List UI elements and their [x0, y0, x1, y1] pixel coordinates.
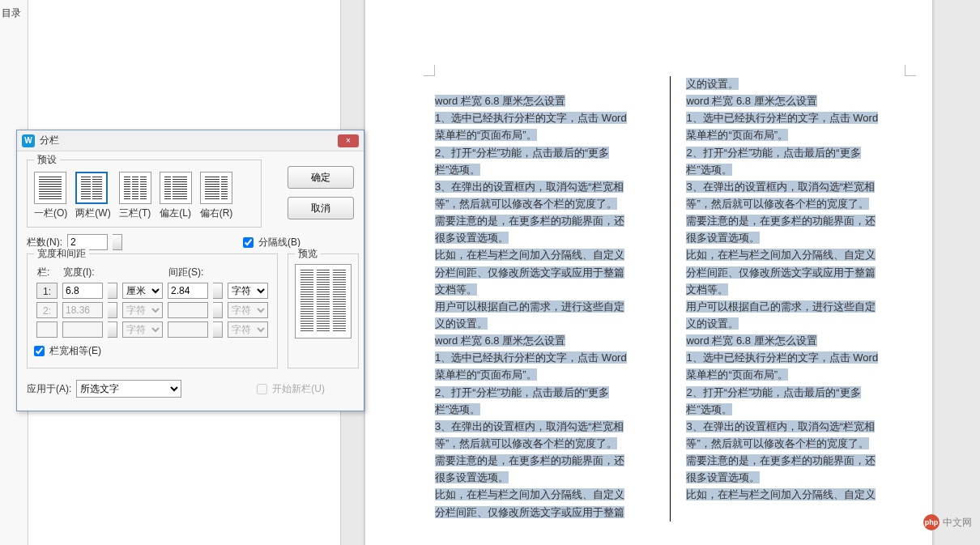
- text-line[interactable]: 义的设置。: [435, 316, 654, 332]
- text-line[interactable]: 很多设置选项。: [686, 470, 905, 486]
- preset-4[interactable]: 偏左(L): [160, 172, 192, 220]
- text-line[interactable]: 2、打开“分栏”功能，点击最后的“更多: [435, 145, 654, 161]
- text-line[interactable]: 3、在弹出的设置框内，取消勾选“栏宽相: [435, 419, 654, 435]
- spinner-icon[interactable]: [108, 283, 117, 299]
- text-line[interactable]: 3、在弹出的设置框内，取消勾选“栏宽相: [686, 179, 905, 195]
- columns-icon: [160, 172, 192, 204]
- text-line[interactable]: word 栏宽 6.8 厘米怎么设置: [435, 93, 654, 109]
- text-line[interactable]: 很多设置选项。: [435, 230, 654, 246]
- text-line[interactable]: 比如，在栏与栏之间加入分隔线、自定义: [435, 247, 654, 263]
- spinner-icon: [213, 302, 223, 318]
- text-line[interactable]: word 栏宽 6.8 厘米怎么设置: [686, 333, 905, 349]
- text-line[interactable]: 菜单栏的“页面布局”。: [686, 367, 905, 383]
- text-line[interactable]: 用户可以根据自己的需求，进行这些自定: [686, 299, 905, 315]
- apply-to-select[interactable]: 所选文字: [76, 380, 181, 398]
- text-line[interactable]: 义的设置。: [686, 76, 905, 92]
- width-unit-select: 字符: [122, 302, 163, 318]
- text-line[interactable]: 需要注意的是，在更多栏的功能界面，还: [686, 213, 905, 229]
- text-line[interactable]: 栏”选项。: [686, 402, 905, 418]
- text-line[interactable]: 比如，在栏与栏之间加入分隔线、自定义: [435, 487, 654, 503]
- spacing-input: [168, 302, 208, 318]
- text-column-1[interactable]: word 栏宽 6.8 厘米怎么设置1、选中已经执行分栏的文字，点击 Word菜…: [435, 76, 654, 522]
- width-header: 宽度(I):: [60, 264, 165, 281]
- text-line[interactable]: 需要注意的是，在更多栏的功能界面，还: [435, 453, 654, 469]
- spinner-icon[interactable]: [113, 234, 122, 250]
- text-line[interactable]: 栏”选项。: [435, 402, 654, 418]
- text-line[interactable]: 菜单栏的“页面布局”。: [686, 127, 905, 143]
- watermark: php 中文网: [923, 514, 972, 530]
- preset-label: 偏左(L): [160, 207, 192, 220]
- spinner-icon: [108, 302, 117, 318]
- text-line[interactable]: 等”，然后就可以修改各个栏的宽度了。: [686, 436, 905, 452]
- spinner-icon: [213, 321, 223, 338]
- text-column-2[interactable]: 义的设置。 word 栏宽 6.8 厘米怎么设置1、选中已经执行分栏的文字，点击…: [686, 76, 905, 522]
- text-line[interactable]: 很多设置选项。: [686, 230, 905, 246]
- equal-width-label: 栏宽相等(E): [49, 344, 101, 358]
- text-line[interactable]: 栏”选项。: [435, 162, 654, 178]
- spacing-unit-select[interactable]: 字符: [228, 283, 268, 299]
- text-line[interactable]: 1、选中已经执行分栏的文字，点击 Word: [435, 110, 654, 126]
- width-unit-select[interactable]: 厘米: [122, 283, 163, 299]
- text-line[interactable]: 比如，在栏与栏之间加入分隔线、自定义: [686, 487, 905, 503]
- text-line[interactable]: 需要注意的是，在更多栏的功能界面，还: [686, 453, 905, 469]
- document-workspace[interactable]: word 栏宽 6.8 厘米怎么设置1、选中已经执行分栏的文字，点击 Word菜…: [340, 0, 980, 545]
- text-line[interactable]: 比如，在栏与栏之间加入分隔线、自定义: [686, 247, 905, 263]
- preset-label: 偏右(R): [200, 207, 233, 220]
- spacing-unit-select: 字符: [228, 302, 268, 318]
- text-line[interactable]: 3、在弹出的设置框内，取消勾选“栏宽相: [686, 419, 905, 435]
- text-line[interactable]: 等”，然后就可以修改各个栏的宽度了。: [435, 436, 654, 452]
- separator-checkbox[interactable]: [243, 237, 254, 248]
- preview-legend: 预览: [295, 247, 321, 261]
- close-icon: ×: [346, 136, 351, 145]
- text-line[interactable]: 义的设置。: [686, 316, 905, 332]
- text-line[interactable]: 很多设置选项。: [435, 470, 654, 486]
- spacing-input[interactable]: [168, 283, 208, 299]
- spinner-icon[interactable]: [213, 283, 223, 299]
- text-line[interactable]: 用户可以根据自己的需求，进行这些自定: [435, 299, 654, 315]
- text-line[interactable]: 等”，然后就可以修改各个栏的宽度了。: [435, 196, 654, 212]
- spacing-input: [168, 321, 208, 338]
- columns-icon: [75, 172, 108, 204]
- close-button[interactable]: ×: [338, 134, 359, 147]
- text-line[interactable]: 2、打开“分栏”功能，点击最后的“更多: [686, 385, 905, 401]
- text-line[interactable]: [435, 76, 654, 92]
- margin-mark-icon: [424, 65, 435, 76]
- width-input: [62, 302, 103, 318]
- text-line[interactable]: 2、打开“分栏”功能，点击最后的“更多: [686, 145, 905, 161]
- column-separator: [670, 76, 671, 522]
- text-line[interactable]: 文档等。: [435, 282, 654, 298]
- columns-dialog: W 分栏 × 确定 取消 预设 一栏(O)两栏(W)三栏(T)偏左(L)偏右(R…: [16, 130, 364, 411]
- start-new-column-label: 开始新栏(U): [272, 382, 325, 396]
- preset-3[interactable]: 三栏(T): [119, 172, 151, 220]
- text-line[interactable]: word 栏宽 6.8 厘米怎么设置: [435, 333, 654, 349]
- columns-icon: [119, 172, 151, 204]
- text-line[interactable]: 1、选中已经执行分栏的文字，点击 Word: [686, 110, 905, 126]
- text-line[interactable]: 3、在弹出的设置框内，取消勾选“栏宽相: [435, 179, 654, 195]
- text-line[interactable]: 1、选中已经执行分栏的文字，点击 Word: [435, 350, 654, 366]
- equal-width-checkbox[interactable]: [34, 346, 45, 356]
- text-line[interactable]: 栏”选项。: [686, 162, 905, 178]
- text-line[interactable]: 分栏间距、仅修改所选文字或应用于整篇: [435, 505, 654, 521]
- spacing-header: 间距(S):: [165, 264, 271, 281]
- dialog-titlebar[interactable]: W 分栏 ×: [17, 130, 364, 151]
- text-line[interactable]: 1、选中已经执行分栏的文字，点击 Word: [686, 350, 905, 366]
- width-input[interactable]: [62, 283, 103, 299]
- preset-2[interactable]: 两栏(W): [75, 172, 110, 220]
- document-page[interactable]: word 栏宽 6.8 厘米怎么设置1、选中已经执行分栏的文字，点击 Word菜…: [365, 0, 932, 545]
- row-index: [36, 321, 58, 338]
- preset-5[interactable]: 偏右(R): [200, 172, 233, 220]
- text-line[interactable]: 分栏间距、仅修改所选文字或应用于整篇: [686, 265, 905, 281]
- cancel-button[interactable]: 取消: [288, 197, 354, 219]
- text-line[interactable]: 文档等。: [686, 282, 905, 298]
- preset-1[interactable]: 一栏(O): [34, 172, 67, 220]
- text-line[interactable]: 菜单栏的“页面布局”。: [435, 127, 654, 143]
- text-line[interactable]: 分栏间距、仅修改所选文字或应用于整篇: [435, 265, 654, 281]
- row-index: 2:: [36, 302, 58, 318]
- text-line[interactable]: 等”，然后就可以修改各个栏的宽度了。: [686, 196, 905, 212]
- text-line[interactable]: word 栏宽 6.8 厘米怎么设置: [686, 93, 905, 109]
- spacing-unit-select: 字符: [228, 321, 268, 338]
- text-line[interactable]: 2、打开“分栏”功能，点击最后的“更多: [435, 385, 654, 401]
- text-line[interactable]: 需要注意的是，在更多栏的功能界面，还: [435, 213, 654, 229]
- text-line[interactable]: 菜单栏的“页面布局”。: [435, 367, 654, 383]
- ok-button[interactable]: 确定: [288, 166, 354, 189]
